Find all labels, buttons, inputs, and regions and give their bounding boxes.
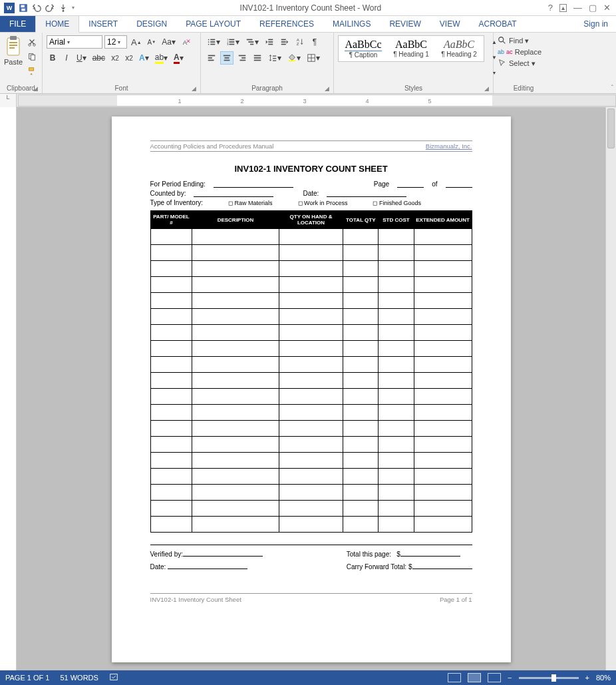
table-cell xyxy=(414,325,472,341)
font-size-select[interactable]: 12 xyxy=(104,35,127,49)
paragraph-dialog-icon[interactable]: ◢ xyxy=(325,85,329,92)
increase-indent-icon[interactable] xyxy=(278,35,291,49)
help-icon[interactable]: ? xyxy=(548,3,553,13)
borders-icon[interactable]: ▾ xyxy=(305,51,322,65)
align-center-icon[interactable] xyxy=(220,51,233,65)
undo-icon[interactable] xyxy=(32,3,41,13)
view-web-icon[interactable] xyxy=(488,673,501,682)
document-area[interactable]: Accounting Policies and Procedures Manua… xyxy=(17,107,605,670)
vertical-ruler[interactable] xyxy=(0,107,17,670)
clear-formatting-icon[interactable]: A xyxy=(180,35,193,49)
decrease-indent-icon[interactable] xyxy=(263,35,276,49)
find-button[interactable]: Find▾ xyxy=(498,35,529,46)
underline-button[interactable]: U▾ xyxy=(75,51,88,65)
zoom-slider[interactable] xyxy=(519,677,579,679)
styles-gallery[interactable]: AaBbCc¶ Caption AaBbC¶ Heading 1 AaBbC¶ … xyxy=(338,35,484,62)
italic-button[interactable]: I xyxy=(61,51,73,65)
minimize-icon[interactable]: — xyxy=(573,3,582,13)
font-dialog-icon[interactable]: ◢ xyxy=(192,85,196,92)
close-icon[interactable]: ✕ xyxy=(603,3,611,13)
vertical-scrollbar[interactable] xyxy=(605,107,616,670)
highlight-color-icon[interactable]: ab▾ xyxy=(153,51,170,65)
collapse-ribbon-icon[interactable]: ˆ xyxy=(611,85,613,92)
shading-icon[interactable]: ▾ xyxy=(285,51,303,65)
multilevel-list-icon[interactable]: ▾ xyxy=(243,35,261,49)
ruler-corner[interactable]: L xyxy=(0,94,17,107)
table-cell xyxy=(279,341,343,357)
text-effects-icon[interactable]: A▾ xyxy=(137,51,151,65)
ribbon-options-icon[interactable]: ▴ xyxy=(559,4,567,12)
status-page[interactable]: PAGE 1 OF 1 xyxy=(5,674,49,682)
svg-rect-12 xyxy=(31,55,35,60)
paste-button[interactable]: Paste xyxy=(4,35,23,66)
styles-dialog-icon[interactable]: ◢ xyxy=(484,85,489,92)
copy-icon[interactable] xyxy=(25,50,39,63)
style-heading-2[interactable]: AaBbC¶ Heading 2 xyxy=(437,39,481,59)
table-row xyxy=(150,245,472,261)
tab-review[interactable]: REVIEW xyxy=(380,16,430,32)
tab-home[interactable]: HOME xyxy=(35,15,79,33)
zoom-out-icon[interactable]: − xyxy=(508,674,512,682)
tab-page-layout[interactable]: PAGE LAYOUT xyxy=(176,16,250,32)
superscript-button[interactable]: x2 xyxy=(123,51,135,65)
align-right-icon[interactable] xyxy=(235,51,249,65)
doc-footer-right: Page 1 of 1 xyxy=(440,596,472,603)
style-caption[interactable]: AaBbCc¶ Caption xyxy=(341,39,385,59)
save-icon[interactable] xyxy=(19,3,28,13)
show-marks-icon[interactable]: ¶ xyxy=(309,35,321,49)
numbering-icon[interactable]: 123▾ xyxy=(224,35,241,49)
tab-references[interactable]: REFERENCES xyxy=(250,16,323,32)
qat-customize-icon[interactable]: ▾ xyxy=(72,5,75,11)
sign-in-link[interactable]: Sign in xyxy=(575,16,616,32)
scrollbar-thumb[interactable] xyxy=(607,109,615,148)
horizontal-ruler[interactable]: 12345 xyxy=(18,95,616,107)
status-proofing-icon[interactable] xyxy=(109,672,118,683)
redo-icon[interactable] xyxy=(45,3,55,13)
tab-file[interactable]: FILE xyxy=(0,16,35,32)
status-words[interactable]: 51 WORDS xyxy=(60,674,98,682)
tab-mailings[interactable]: MAILINGS xyxy=(323,16,380,32)
table-cell xyxy=(150,421,192,437)
table-cell xyxy=(192,373,279,389)
table-row xyxy=(150,277,472,293)
svg-text:5: 5 xyxy=(428,98,431,105)
bullets-icon[interactable]: ▾ xyxy=(205,35,222,49)
sort-icon[interactable]: AZ xyxy=(293,35,307,49)
tab-insert[interactable]: INSERT xyxy=(79,16,127,32)
table-cell xyxy=(414,261,472,277)
view-print-icon[interactable] xyxy=(468,673,481,682)
svg-rect-52 xyxy=(273,61,276,61)
replace-button[interactable]: abac Replace xyxy=(498,47,541,57)
subscript-button[interactable]: x2 xyxy=(109,51,121,65)
touch-mode-icon[interactable] xyxy=(59,3,68,13)
line-spacing-icon[interactable]: ▾ xyxy=(266,51,283,65)
change-case-icon[interactable]: Aa▾ xyxy=(160,35,178,49)
justify-icon[interactable] xyxy=(251,51,264,65)
zoom-level[interactable]: 80% xyxy=(596,674,611,682)
view-read-icon[interactable] xyxy=(448,673,461,682)
zoom-slider-knob[interactable] xyxy=(551,674,556,682)
tab-acrobat[interactable]: ACROBAT xyxy=(469,16,526,32)
zoom-in-icon[interactable]: + xyxy=(585,674,589,682)
tab-view[interactable]: VIEW xyxy=(430,16,470,32)
cut-icon[interactable] xyxy=(25,35,39,49)
maximize-icon[interactable]: ▢ xyxy=(589,3,597,13)
grow-font-icon[interactable]: A▲ xyxy=(129,35,144,49)
font-color-icon[interactable]: A▾ xyxy=(172,51,186,65)
svg-rect-51 xyxy=(273,58,276,59)
word-app-icon: W xyxy=(4,3,15,13)
tab-design[interactable]: DESIGN xyxy=(127,16,176,32)
align-left-icon[interactable] xyxy=(205,51,218,65)
format-painter-icon[interactable] xyxy=(25,65,39,78)
svg-rect-7 xyxy=(9,45,17,46)
table-cell xyxy=(192,309,279,325)
strikethrough-button[interactable]: abc xyxy=(90,51,107,65)
select-button[interactable]: Select▾ xyxy=(498,58,536,69)
clipboard-dialog-icon[interactable]: ◢ xyxy=(33,85,38,92)
font-name-select[interactable]: Arial xyxy=(47,35,102,49)
style-heading-1[interactable]: AaBbC¶ Heading 1 xyxy=(389,39,433,59)
bold-button[interactable]: B xyxy=(47,51,59,65)
shrink-font-icon[interactable]: A▼ xyxy=(146,35,158,49)
table-cell xyxy=(379,485,414,501)
table-cell xyxy=(343,469,379,485)
